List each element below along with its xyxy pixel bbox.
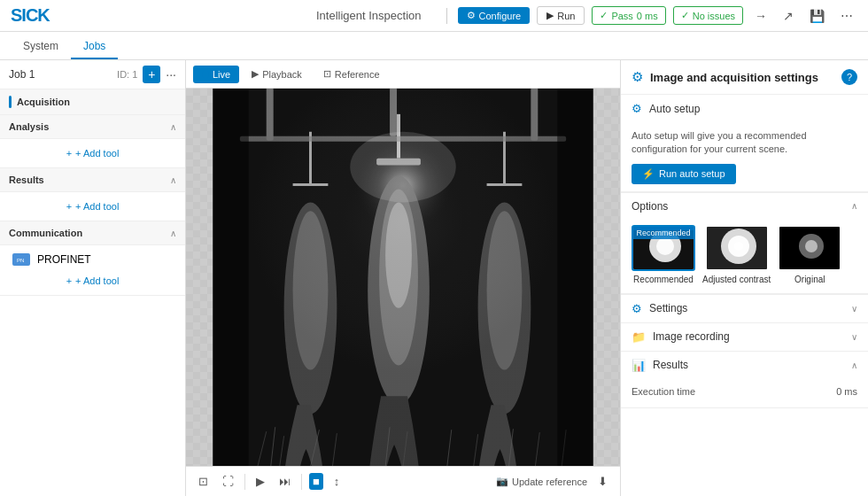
profinet-icon: PN (12, 253, 30, 266)
settings-icon: ⚙ (632, 302, 642, 315)
panel-gear-icon: ⚙ (632, 69, 643, 85)
option-original-label: Original (794, 275, 825, 284)
communication-chevron: ∧ (170, 229, 176, 238)
right-panel: ⚙ Image and acquisition settings ? ⚙ Aut… (620, 60, 868, 496)
svg-point-46 (805, 240, 818, 252)
configure-button[interactable]: ⚙ Configure (458, 7, 531, 24)
profinet-item[interactable]: PN PROFINET (0, 249, 185, 270)
tab-system[interactable]: System (11, 35, 71, 59)
option-original[interactable]: Original (778, 225, 841, 284)
app-title: Intelligent Inspection (316, 9, 422, 22)
viewer-tab-reference[interactable]: ⊡ Reference (314, 65, 389, 83)
run-auto-setup-button[interactable]: ⚡ Run auto setup (632, 164, 736, 184)
frame-button[interactable]: ⏭ (275, 473, 294, 490)
option-adjusted[interactable]: Adjusted contrast (702, 225, 771, 284)
add-results-tool[interactable]: + + Add tool (0, 196, 185, 217)
issues-status: ✓ No issues (673, 6, 743, 25)
download-button[interactable]: ⬇ (594, 473, 611, 490)
update-reference-btn[interactable]: 📷 Update reference (496, 476, 587, 487)
run-icon: ▶ (546, 10, 554, 21)
auto-setup-section: ⚙ Auto setup Auto setup will give you a … (621, 95, 868, 192)
configure-icon: ⚙ (467, 10, 476, 21)
profinet-label: PROFINET (37, 253, 91, 266)
job-more-button[interactable]: ··· (166, 67, 176, 81)
option-adjusted-label: Adjusted contrast (702, 275, 771, 284)
viewer-tab-playback[interactable]: ▶ Playback (243, 65, 311, 83)
fullscreen-button[interactable]: ⛶ (219, 473, 237, 490)
settings-chevron: ∨ (851, 304, 857, 314)
pass-status: ✓ Pass 0 ms (592, 6, 665, 25)
check-icon: ✓ (681, 10, 689, 21)
more-icon-button[interactable]: ⋯ (836, 7, 857, 25)
add-analysis-tool[interactable]: + + Add tool (0, 143, 185, 164)
analysis-chevron: ∧ (170, 122, 176, 132)
toolbar-sep2 (301, 474, 302, 490)
reference-icon: ⊡ (323, 68, 331, 80)
separator (446, 8, 447, 24)
auto-setup-icon: ⚙ (632, 102, 642, 115)
communication-section: Communication ∧ PN PROFINET + + Add tool (0, 221, 185, 296)
viewer-tabs: Live ▶ Playback ⊡ Reference (186, 60, 620, 89)
viewer-toolbar: ⊡ ⛶ ▶ ⏭ ■ ↕ 📷 Update reference ⬇ (186, 466, 620, 496)
svg-point-43 (734, 242, 743, 251)
option-adjusted-thumb (705, 225, 769, 271)
viewer: Live ▶ Playback ⊡ Reference (186, 60, 620, 496)
viewer-tab-live[interactable]: Live (193, 66, 239, 83)
panel-title: Image and acquisition settings (650, 71, 834, 84)
results-section: Results ∧ + + Add tool (0, 168, 185, 221)
live-icon (202, 71, 209, 78)
zoom-fit-button[interactable]: ⊡ (195, 473, 212, 490)
options-section: Options ∧ Recommended Recomme (621, 192, 868, 294)
plus-icon-comm: + (66, 275, 72, 286)
add-job-button[interactable]: + (143, 66, 160, 83)
communication-header[interactable]: Communication ∧ (0, 221, 185, 245)
options-header: Options ∧ (621, 192, 868, 220)
play-button[interactable]: ▶ (252, 473, 268, 490)
option-recommended[interactable]: Recommended Recommended (632, 225, 695, 284)
communication-body: PN PROFINET + + Add tool (0, 245, 185, 295)
panel-header: ⚙ Image and acquisition settings ? (621, 60, 868, 95)
image-recording-chevron: ∨ (851, 332, 857, 342)
folder-icon: 📁 (632, 330, 646, 344)
square-button[interactable]: ■ (309, 473, 323, 490)
panel-results-chevron: ∧ (851, 360, 857, 370)
option-recommended-thumb: Recommended (632, 225, 695, 271)
analysis-body: + + Add tool (0, 139, 185, 167)
results-chevron: ∧ (170, 175, 176, 185)
svg-text:PN: PN (17, 258, 24, 263)
sick-logo: SICK (11, 5, 50, 26)
export-icon-button[interactable]: ↗ (779, 7, 798, 25)
pass-icon: ✓ (600, 10, 608, 21)
plus-icon-results: + (66, 201, 72, 212)
results-header[interactable]: Results ∧ (0, 168, 185, 192)
analysis-header[interactable]: Analysis ∧ (0, 115, 185, 139)
settings-row[interactable]: ⚙ Settings ∨ (621, 294, 868, 322)
run-button[interactable]: ▶ Run (537, 6, 585, 25)
panel-results-header[interactable]: 📊 Results ∧ (621, 351, 868, 379)
sidebar: Job 1 ID: 1 + ··· Acquisition Analysis ∧… (0, 60, 186, 496)
panel-results-body: Execution time 0 ms (621, 379, 868, 407)
acquisition-section-header[interactable]: Acquisition (0, 89, 185, 115)
svg-rect-34 (213, 89, 593, 466)
image-recording-row[interactable]: 📁 Image recording ∨ (621, 322, 868, 351)
recommended-label-badge: Recommended (633, 227, 694, 239)
option-original-thumb (778, 225, 841, 271)
auto-setup-header: ⚙ Auto setup (621, 95, 868, 122)
svg-rect-36 (557, 89, 593, 466)
svg-point-39 (656, 237, 674, 255)
execution-time-row: Execution time 0 ms (632, 383, 857, 400)
topbar: SICK Intelligent Inspection ⚙ Configure … (0, 0, 868, 32)
lightning-icon: ⚡ (642, 168, 655, 180)
tab-jobs[interactable]: Jobs (71, 35, 118, 59)
main-tabbar: System Jobs (0, 32, 868, 60)
save-icon-button[interactable]: 💾 (805, 7, 829, 25)
add-comm-tool[interactable]: + + Add tool (0, 270, 185, 291)
login-icon-button[interactable]: → (750, 7, 771, 25)
ruler-button[interactable]: ↕ (330, 473, 344, 490)
help-button[interactable]: ? (841, 69, 857, 85)
panel-results-section: 📊 Results ∧ Execution time 0 ms (621, 351, 868, 408)
plus-icon: + (66, 148, 72, 159)
camera-image (213, 89, 593, 466)
viewer-image-area (186, 89, 620, 466)
job-id: ID: 1 (117, 69, 137, 80)
